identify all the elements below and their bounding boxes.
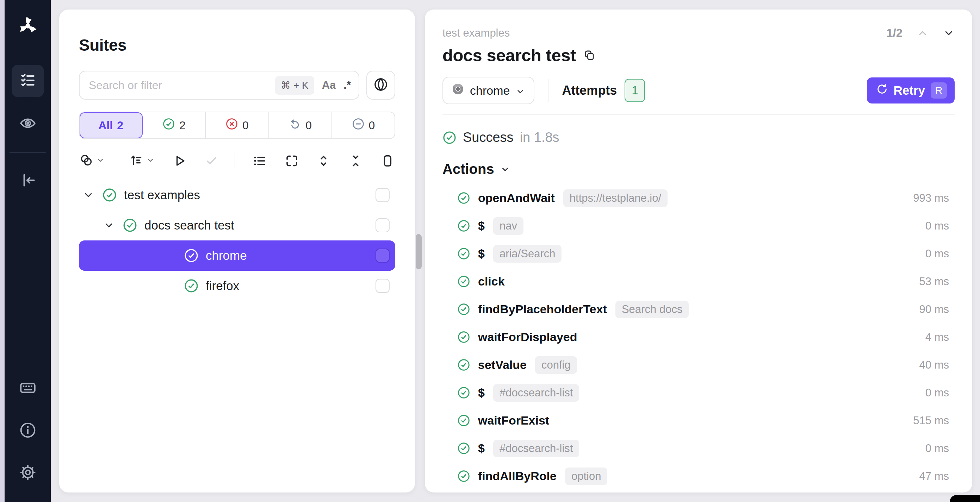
regex-toggle[interactable]: .* (344, 79, 351, 92)
action-duration: 515 ms (913, 415, 955, 427)
chevron-down-icon[interactable] (103, 219, 115, 231)
action-name: openAndWait (478, 191, 555, 205)
collapse-all-button[interactable] (348, 153, 363, 168)
browser-select[interactable]: chrome (442, 77, 535, 104)
action-row[interactable]: findAllByRole option 47 ms (442, 462, 955, 490)
tree-label: firefox (206, 279, 239, 293)
action-row[interactable]: setValue config 40 ms (442, 351, 955, 379)
expand-all-button[interactable] (316, 153, 331, 168)
tree-checkbox[interactable] (375, 188, 390, 202)
select-done-button[interactable] (204, 153, 219, 168)
screen-corner (950, 495, 980, 502)
suites-scrollbar-thumb[interactable] (416, 234, 422, 269)
action-arg-badge: config (535, 356, 577, 374)
eye-icon (19, 114, 37, 133)
action-row[interactable]: findByPlaceholderText Search docs 90 ms (442, 295, 955, 323)
testplane-logo-icon (12, 10, 44, 42)
checklist-icon (19, 71, 37, 91)
action-row[interactable]: $ aria/Search 0 ms (442, 240, 955, 268)
attempts-label: Attempts (562, 83, 617, 98)
passed-icon (457, 442, 470, 455)
test-title: docs search test (442, 45, 576, 65)
next-test-button[interactable] (943, 27, 955, 39)
filter-retried[interactable]: 0 (269, 112, 332, 138)
filter-all-count: 2 (117, 119, 123, 132)
action-row[interactable]: $ nav 0 ms (442, 212, 955, 240)
focus-selection-button[interactable] (284, 153, 299, 168)
passed-icon (457, 275, 470, 288)
group-by-browser-dropdown[interactable] (79, 153, 105, 169)
search-box: ⌘ + K Aa .* (79, 71, 359, 100)
chevron-down-icon (96, 156, 105, 166)
filter-skipped-count: 0 (369, 119, 375, 132)
panel-layout-button[interactable] (380, 153, 395, 168)
passed-icon (162, 118, 175, 133)
action-arg-badge: aria/Search (493, 245, 562, 263)
passed-icon (457, 303, 470, 316)
browser-select-value: chrome (470, 84, 510, 97)
collapse-left-icon (19, 172, 37, 191)
tree-row-browser-firefox[interactable]: firefox (79, 271, 395, 301)
app-screen: Suites ⌘ + K Aa .* All 2 (0, 0, 980, 502)
globe-icon (374, 77, 388, 93)
prev-test-button[interactable] (916, 27, 929, 39)
tree-checkbox[interactable] (375, 218, 390, 232)
list-view-button[interactable] (252, 153, 267, 168)
action-name: setValue (478, 358, 527, 372)
passed-icon (123, 218, 137, 233)
action-duration: 993 ms (913, 192, 955, 205)
filter-failed[interactable]: 0 (206, 112, 269, 138)
action-row[interactable]: $ #docsearch-list 0 ms (442, 434, 955, 462)
action-duration: 47 ms (920, 470, 955, 483)
sidebar-item-visual-checks[interactable] (12, 108, 44, 140)
browsers-filter-button[interactable] (366, 71, 395, 100)
filter-passed[interactable]: 2 (143, 112, 206, 138)
filter-all-label: All (98, 119, 113, 132)
match-case-toggle[interactable]: Aa (322, 79, 336, 92)
action-duration: 0 ms (925, 442, 955, 455)
action-arg-badge: #docsearch-list (493, 384, 579, 402)
sort-dropdown[interactable] (129, 153, 155, 169)
action-name: waitForExist (478, 414, 549, 427)
action-arg-badge: option (565, 467, 607, 485)
run-tests-button[interactable] (172, 153, 187, 168)
action-duration: 53 ms (920, 275, 955, 288)
retry-button[interactable]: Retry R (867, 78, 955, 103)
tree-row-test[interactable]: docs search test (79, 210, 395, 240)
action-arg-badge: Search docs (616, 301, 689, 318)
sidebar-collapse-button[interactable] (12, 165, 44, 197)
passed-icon (457, 386, 470, 399)
attempt-badge[interactable]: 1 (625, 79, 645, 102)
action-row[interactable]: click 53 ms (442, 268, 955, 295)
tree-row-browser-chrome[interactable]: chrome (79, 240, 395, 271)
filter-all[interactable]: All 2 (80, 112, 143, 138)
search-input[interactable] (89, 79, 267, 92)
action-row[interactable]: $ #docsearch-list 0 ms (442, 379, 955, 407)
tree-checkbox[interactable] (375, 249, 390, 263)
action-name: click (478, 275, 505, 288)
action-row[interactable]: openAndWait https://testplane.io/ 993 ms (442, 184, 955, 212)
sort-icon (129, 153, 144, 169)
sidebar-item-suites[interactable] (12, 65, 44, 97)
copy-icon[interactable] (583, 49, 596, 62)
tree-label: test examples (124, 188, 200, 202)
action-row[interactable]: waitForExist 515 ms (442, 407, 955, 434)
sidebar (5, 0, 51, 502)
tree-row-suite[interactable]: test examples (79, 180, 395, 210)
pagination-counter: 1/2 (886, 26, 902, 40)
tree-checkbox[interactable] (375, 279, 390, 293)
filter-skipped[interactable]: 0 (332, 112, 395, 138)
attempt-pager: 1/2 (886, 26, 955, 40)
info-icon (19, 421, 37, 440)
sidebar-settings-button[interactable] (12, 457, 44, 489)
sidebar-info-button[interactable] (12, 415, 44, 447)
passed-icon (457, 219, 470, 232)
passed-icon (457, 414, 470, 427)
chevron-down-icon[interactable] (83, 189, 94, 201)
passed-icon (457, 192, 470, 205)
passed-icon (457, 358, 470, 372)
action-row[interactable]: waitForDisplayed 4 ms (442, 323, 955, 351)
chevron-down-icon (500, 164, 511, 175)
sidebar-shortcuts-button[interactable] (12, 372, 44, 405)
actions-section-toggle[interactable]: Actions (442, 161, 955, 177)
